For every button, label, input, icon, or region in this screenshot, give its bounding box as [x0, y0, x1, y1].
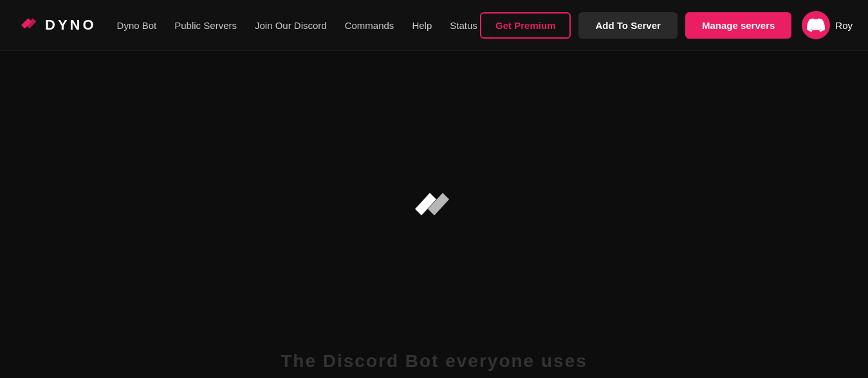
hero-tagline: The Discord Bot everyone uses [281, 351, 587, 372]
center-dyno-icon [412, 190, 457, 229]
user-menu[interactable]: Roy [802, 11, 853, 39]
add-to-server-button[interactable]: Add To Server [578, 12, 677, 39]
get-premium-button[interactable]: Get Premium [480, 12, 571, 39]
avatar-icon [807, 16, 825, 34]
logo-text: DYNO [45, 17, 97, 33]
manage-servers-button[interactable]: Manage servers [685, 12, 791, 39]
nav-links: Dyno Bot Public Servers Join Our Discord… [117, 20, 481, 31]
dyno-logo-icon [15, 14, 39, 37]
nav-public-servers[interactable]: Public Servers [174, 20, 237, 31]
main-content: The Discord Bot everyone uses [0, 51, 868, 378]
nav-join-discord[interactable]: Join Our Discord [255, 20, 327, 31]
nav-commands[interactable]: Commands [345, 20, 394, 31]
nav-actions: Get Premium Add To Server Manage servers… [480, 11, 853, 39]
username-label: Roy [835, 20, 853, 31]
nav-help[interactable]: Help [412, 20, 432, 31]
avatar [802, 11, 830, 39]
nav-dyno-bot[interactable]: Dyno Bot [117, 20, 157, 31]
navbar: DYNO Dyno Bot Public Servers Join Our Di… [0, 0, 868, 51]
nav-status[interactable]: Status [450, 20, 477, 31]
center-logo [412, 190, 457, 231]
logo-link[interactable]: DYNO [15, 14, 97, 37]
